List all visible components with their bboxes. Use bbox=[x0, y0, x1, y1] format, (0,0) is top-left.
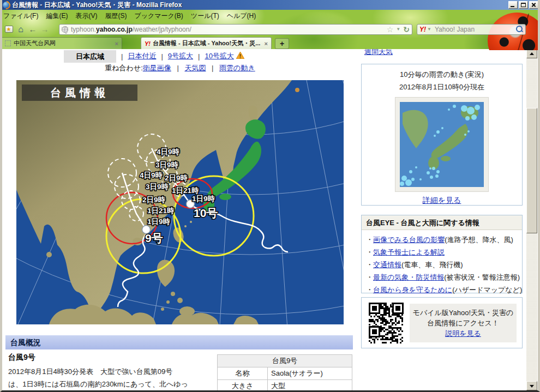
page-content: 日本広域 | 日本付近 | 9号拡大 | 10号拡大 重ね合わせ:衛星画像 | … bbox=[0, 49, 540, 390]
eye-link-images[interactable]: 画像でみる台風の影響 bbox=[373, 236, 445, 244]
table-header: 台風9号 bbox=[218, 355, 352, 367]
menu-tools[interactable]: ツール(T) bbox=[191, 11, 219, 21]
broken-favicon bbox=[5, 40, 11, 46]
typhoon-eye-header: 台風EYE - 台風と大雨に関する情報 bbox=[362, 215, 522, 230]
map-view-tabs: 日本広域 | 日本付近 | 9号拡大 | 10号拡大 bbox=[5, 50, 355, 63]
firefox-icon bbox=[3, 2, 10, 9]
svg-text:3日9時: 3日9時 bbox=[146, 183, 169, 191]
list-item: ・画像でみる台風の影響(進路予想、降水、風) bbox=[366, 233, 518, 246]
svg-text:1日9時: 1日9時 bbox=[192, 195, 215, 203]
back-button[interactable]: ← bbox=[27, 25, 38, 34]
scroll-up-button[interactable] bbox=[526, 49, 537, 58]
search-input[interactable] bbox=[434, 25, 496, 34]
yahoo-search-engine-icon[interactable]: Y! bbox=[419, 26, 426, 33]
qr-code bbox=[368, 302, 404, 343]
typhoon-overview-title: 台風9号 bbox=[8, 353, 35, 363]
menu-history[interactable]: 履歴(S) bbox=[105, 11, 127, 21]
new-tab-button[interactable]: + bbox=[275, 38, 289, 49]
tab-near-japan[interactable]: 日本付近 bbox=[128, 51, 156, 61]
tab-typhoon-info[interactable]: Y! 台風情報 - 日本広域 - Yahoo!天気・災... × bbox=[141, 37, 272, 49]
svg-text:2日9時: 2日9時 bbox=[142, 196, 166, 204]
url-dropdown-icon[interactable]: ▼ bbox=[396, 27, 400, 32]
reload-icon[interactable]: ↻ bbox=[403, 26, 410, 33]
eye-link-protection[interactable]: 台風から身を守るために bbox=[373, 286, 452, 294]
scrollbar-thumb[interactable] bbox=[526, 108, 537, 233]
close-button[interactable] bbox=[529, 1, 538, 9]
tab-japan-wide[interactable]: 日本広域 bbox=[64, 50, 116, 63]
mobile-info-panel: モバイル版Yahoo!天気・災害の 台風情報にアクセス！ 説明を見る bbox=[410, 304, 517, 342]
radar-timestamp: 2012年8月1日10時0分現在 bbox=[362, 82, 522, 92]
list-item: ・最新の気象・防災情報(被害状況・警報注意報) bbox=[366, 271, 518, 284]
home-button[interactable]: ⌂ bbox=[15, 25, 26, 34]
typhoon-eye-box: 台風EYE - 台風と大雨に関する情報 ・画像でみる台風の影響(進路予想、降水、… bbox=[361, 215, 523, 293]
overlay-label: 重ね合わせ: bbox=[105, 64, 143, 72]
sidebar: 週間天気 10分毎の雨雲の動き(実況) 2012年8月1日10時0分現在 bbox=[360, 49, 524, 390]
link-weather-chart[interactable]: 天気図 bbox=[184, 64, 206, 72]
url-bar[interactable]: typhoon.yahoo.co.jp/weather/jp/typhoon/ … bbox=[59, 24, 412, 35]
menu-bar: ファイル(F) 編集(E) 表示(V) 履歴(S) ブックマーク(B) ツール(… bbox=[0, 10, 540, 22]
eye-link-forecaster[interactable]: 気象予報士による解説 bbox=[373, 248, 445, 256]
bookmarks-sidebar-button[interactable]: ★ bbox=[3, 25, 14, 34]
search-engine-dropdown-icon[interactable]: ▼ bbox=[427, 27, 431, 32]
minimize-button[interactable] bbox=[508, 1, 518, 9]
svg-text:1日9時: 1日9時 bbox=[147, 218, 171, 226]
tab-china-weather[interactable]: 中国天气台风网 × bbox=[1, 37, 122, 49]
link-satellite[interactable]: 衛星画像 bbox=[143, 64, 171, 72]
table-row: 大きさ大型 bbox=[218, 380, 352, 391]
warning-icon bbox=[236, 52, 244, 61]
typhoon-detail-table: 台風9号 名称Saola(サオラー) 大きさ大型 bbox=[217, 354, 352, 390]
scroll-down-button[interactable] bbox=[526, 381, 537, 390]
bookmark-star-icon[interactable]: ☆ bbox=[387, 26, 394, 33]
typhoon-overview-text: 2012年8月1日4時30分発表 大型で強い台風第09号 は、1日3時には石垣島… bbox=[8, 365, 218, 390]
eye-link-traffic[interactable]: 交通情報 bbox=[373, 261, 401, 269]
tab-close-icon[interactable]: × bbox=[265, 40, 268, 47]
list-item: ・気象予報士による解説 bbox=[366, 246, 518, 258]
browser-chrome: ファイル(F) 編集(E) 表示(V) 履歴(S) ブックマーク(B) ツール(… bbox=[0, 10, 540, 49]
radar-image[interactable] bbox=[395, 97, 489, 192]
search-magnifier-icon[interactable] bbox=[516, 26, 523, 33]
window-title: 台風情報 - 日本広域 - Yahoo!天気・災害 - Mozilla Fire… bbox=[12, 1, 182, 10]
svg-text:1日21時: 1日21時 bbox=[147, 207, 175, 215]
eye-link-disaster-info[interactable]: 最新の気象・防災情報 bbox=[373, 273, 444, 281]
mobile-explanation-link[interactable]: 説明を見る bbox=[445, 329, 481, 337]
menu-edit[interactable]: 編集(E) bbox=[46, 11, 68, 21]
list-item: ・交通情報(電車、車、飛行機) bbox=[366, 258, 518, 271]
radar-detail-link[interactable]: 詳細を見る bbox=[362, 196, 522, 206]
svg-text:3日9時: 3日9時 bbox=[155, 161, 179, 169]
forward-button[interactable]: → bbox=[39, 25, 50, 34]
list-item: ・台風から身を守るために(ハザードマップなど) bbox=[366, 284, 518, 296]
title-bar: 台風情報 - 日本広域 - Yahoo!天気・災害 - Mozilla Fire… bbox=[0, 0, 540, 10]
tab-bar: 中国天气台风网 × Y! 台風情報 - 日本広域 - Yahoo!天気・災...… bbox=[0, 37, 540, 49]
navigation-toolbar: ★ ⌂ ← → typhoon.yahoo.co.jp/weather/jp/t… bbox=[0, 22, 540, 37]
typhoon-9-label: 9号 bbox=[145, 232, 163, 244]
svg-text:1日21時: 1日21時 bbox=[172, 186, 199, 195]
mobile-qr-box: モバイル版Yahoo!天気・災害の 台風情報にアクセス！ 説明を見る bbox=[361, 297, 523, 348]
overlay-links-row: 重ね合わせ:衛星画像 | 天気図 | 雨雲の動き bbox=[5, 63, 355, 73]
svg-text:4日9時: 4日9時 bbox=[157, 148, 180, 156]
table-row: 名称Saola(サオラー) bbox=[218, 367, 352, 380]
search-box[interactable]: Y! ▼ bbox=[417, 24, 526, 35]
tab-close-icon[interactable]: × bbox=[115, 40, 118, 47]
site-identity-icon[interactable] bbox=[62, 26, 68, 33]
yahoo-favicon: Y! bbox=[145, 40, 151, 47]
rain-radar-box: 10分毎の雨雲の動き(実況) 2012年8月1日10時0分現在 bbox=[361, 64, 523, 206]
map-title-badge: 台風情報 bbox=[22, 85, 137, 101]
typhoon-map: 4日9時 3日9時 2日9時 1日21時 1日9時 4日9時 3日9時 2日9時… bbox=[16, 80, 344, 324]
link-rain-radar[interactable]: 雨雲の動き bbox=[219, 64, 255, 72]
typhoon-overview-header: 台風概況 bbox=[5, 335, 353, 349]
radar-title: 10分毎の雨雲の動き(実況) bbox=[362, 70, 522, 80]
typhoon-10-label: 10号 bbox=[194, 207, 218, 219]
tab-typhoon9-zoom[interactable]: 9号拡大 bbox=[168, 51, 193, 61]
menu-file[interactable]: ファイル(F) bbox=[3, 11, 38, 21]
typhoon-map-svg: 4日9時 3日9時 2日9時 1日21時 1日9時 4日9時 3日9時 2日9時… bbox=[16, 80, 344, 324]
svg-text:2日9時: 2日9時 bbox=[165, 174, 188, 182]
menu-help[interactable]: ヘルプ(H) bbox=[227, 11, 256, 21]
weekly-weather-link[interactable]: 週間天気 bbox=[364, 49, 393, 57]
firefox-window: 台風情報 - 日本広域 - Yahoo!天気・災害 - Mozilla Fire… bbox=[0, 0, 540, 392]
menu-view[interactable]: 表示(V) bbox=[75, 11, 97, 21]
vertical-scrollbar[interactable] bbox=[526, 49, 537, 390]
menu-bookmarks[interactable]: ブックマーク(B) bbox=[134, 11, 183, 21]
maximize-button[interactable] bbox=[519, 1, 528, 9]
url-text[interactable]: typhoon.yahoo.co.jp/weather/jp/typhoon/ bbox=[71, 26, 191, 33]
tab-typhoon10-zoom[interactable]: 10号拡大 bbox=[205, 51, 233, 61]
